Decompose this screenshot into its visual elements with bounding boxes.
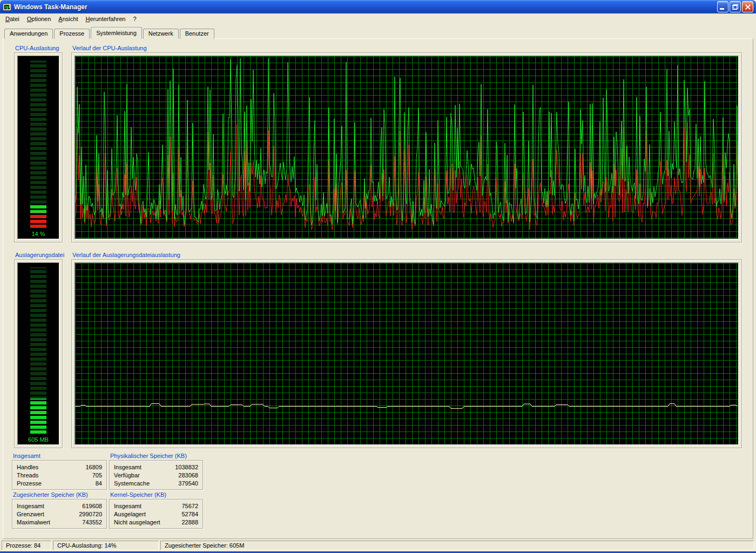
statusbar: Prozesse: 84 CPU-Auslastung: 14% Zugesic… bbox=[0, 539, 756, 551]
stat-label: Insgesamt bbox=[17, 502, 82, 510]
window-title: Windows Task-Manager bbox=[14, 3, 87, 11]
cpu-history-graph bbox=[75, 56, 739, 239]
cpu-gauge-panel: 14 % bbox=[17, 56, 59, 239]
pagefile-gauge-bar bbox=[30, 267, 46, 434]
physical-memory-title: Physikalischer Speicher (KB) bbox=[110, 453, 187, 459]
menu-item-ansicht[interactable]: Ansicht bbox=[55, 15, 82, 23]
maximize-button[interactable] bbox=[730, 1, 741, 12]
stat-label: Prozesse bbox=[17, 480, 96, 488]
stat-value: 52784 bbox=[181, 510, 198, 518]
stat-row: Prozesse 84 bbox=[12, 480, 106, 488]
stat-value: 22888 bbox=[181, 518, 198, 527]
cpu-history-label: Verlauf der CPU-Auslastung bbox=[72, 45, 147, 51]
stat-row: Threads 705 bbox=[12, 471, 106, 480]
kernel-memory-title: Kernel-Speicher (KB) bbox=[110, 491, 166, 498]
pagefile-history-groupbox: Verlauf der Auslagerungsdateiauslastung bbox=[71, 259, 742, 448]
cpu-gauge-groupbox: CPU-Auslastung 14 % bbox=[14, 52, 63, 242]
stat-value: 743552 bbox=[82, 518, 102, 527]
titlebar-buttons bbox=[717, 1, 753, 12]
pagefile-gauge-panel: 605 MB bbox=[17, 262, 59, 445]
stat-label: Ausgelagert bbox=[114, 510, 181, 518]
stat-value: 283068 bbox=[178, 471, 198, 480]
stat-row: Grenzwert 2990720 bbox=[12, 510, 106, 518]
tab-netzwerk[interactable]: Netzwerk bbox=[143, 29, 179, 39]
totals-groupbox: Insgesamt Handles 16809 Threads 705 Proz… bbox=[12, 460, 107, 490]
pagefile-gauge-value: 605 MB bbox=[18, 436, 59, 443]
minimize-icon bbox=[720, 8, 724, 10]
stat-value: 379540 bbox=[178, 480, 198, 488]
tab-benutzer[interactable]: Benutzer bbox=[180, 29, 214, 39]
tab-prozesse[interactable]: Prozesse bbox=[54, 29, 90, 39]
restore-icon bbox=[732, 4, 738, 10]
pagefile-gauge-label: Auslagerungsdatei bbox=[15, 252, 64, 258]
kernel-memory-groupbox: Kernel-Speicher (KB) Insgesamt 75672 Aus… bbox=[109, 499, 203, 529]
stat-row: Ausgelagert 52784 bbox=[110, 510, 202, 518]
close-button[interactable] bbox=[742, 1, 753, 12]
cpu-gauge-bar bbox=[30, 60, 46, 228]
cpu-gauge-kernel-segments bbox=[30, 213, 46, 228]
totals-title: Insgesamt bbox=[13, 453, 40, 459]
stat-label: Maximalwert bbox=[17, 518, 82, 527]
pagefile-history-label: Verlauf der Auslagerungsdateiauslastung bbox=[72, 252, 180, 258]
menu-item-optionen[interactable]: Optionen bbox=[23, 15, 55, 23]
commit-charge-title: Zugesicherter Speicher (KB) bbox=[13, 491, 88, 498]
stat-value: 75672 bbox=[181, 502, 198, 510]
stat-row: Maximalwert 743552 bbox=[12, 518, 106, 527]
minimize-button[interactable] bbox=[717, 1, 728, 12]
stat-row: Handles 16809 bbox=[12, 463, 106, 471]
stat-value: 1038832 bbox=[175, 463, 198, 471]
status-commit-charge: Zugesicherter Speicher: 605M bbox=[160, 541, 754, 550]
stat-label: Systemcache bbox=[114, 480, 178, 488]
pagefile-gauge-green-segments bbox=[30, 399, 46, 434]
pagefile-gauge-groupbox: Auslagerungsdatei 605 MB bbox=[14, 259, 63, 448]
physical-memory-groupbox: Physikalischer Speicher (KB) Insgesamt 1… bbox=[109, 460, 203, 490]
pagefile-history-graph bbox=[75, 262, 739, 445]
stat-label: Verfügbar bbox=[114, 471, 178, 480]
task-manager-window: Windows Task-Manager Datei Optionen Ansi… bbox=[0, 0, 756, 553]
menu-item-herunterfahren[interactable]: Herunterfahren bbox=[82, 15, 129, 23]
stat-value: 619608 bbox=[82, 502, 102, 510]
menu-item-help[interactable]: ? bbox=[129, 15, 140, 23]
stat-label: Grenzwert bbox=[17, 510, 79, 518]
cpu-history-groupbox: Verlauf der CPU-Auslastung bbox=[71, 52, 742, 242]
cpu-gauge-value: 14 % bbox=[18, 231, 59, 237]
stat-value: 16809 bbox=[85, 463, 102, 471]
stat-row: Insgesamt 75672 bbox=[110, 502, 202, 510]
stat-label: Insgesamt bbox=[114, 463, 175, 471]
stat-row: Insgesamt 1038832 bbox=[110, 463, 202, 471]
menubar: Datei Optionen Ansicht Herunterfahren ? bbox=[0, 14, 756, 24]
status-processes: Prozesse: 84 bbox=[2, 541, 51, 550]
commit-charge-groupbox: Zugesicherter Speicher (KB) Insgesamt 61… bbox=[12, 499, 107, 529]
stat-label: Insgesamt bbox=[114, 502, 181, 510]
cpu-gauge-label: CPU-Auslastung bbox=[15, 45, 59, 51]
stat-row: Verfügbar 283068 bbox=[110, 471, 202, 480]
stat-label: Handles bbox=[17, 463, 85, 471]
close-icon bbox=[745, 4, 751, 10]
cpu-gauge-unlit-segments bbox=[30, 60, 46, 228]
status-cpu-usage: CPU-Auslastung: 14% bbox=[53, 541, 159, 550]
stat-value: 705 bbox=[92, 471, 102, 480]
stat-row: Systemcache 379540 bbox=[110, 480, 202, 488]
taskmanager-app-icon bbox=[3, 3, 11, 11]
stat-row: Nicht ausgelagert 22888 bbox=[110, 518, 202, 527]
stat-value: 2990720 bbox=[79, 510, 102, 518]
tab-systemleistung[interactable]: Systemleistung bbox=[91, 27, 142, 39]
tab-bar: Anwendungen Prozesse Systemleistung Netz… bbox=[4, 27, 215, 39]
stat-value: 84 bbox=[96, 480, 102, 488]
stat-row: Insgesamt 619608 bbox=[12, 502, 106, 510]
stat-label: Threads bbox=[17, 471, 92, 480]
menu-item-datei[interactable]: Datei bbox=[2, 15, 23, 23]
stat-label: Nicht ausgelagert bbox=[114, 518, 181, 527]
titlebar: Windows Task-Manager bbox=[0, 0, 756, 14]
tab-anwendungen[interactable]: Anwendungen bbox=[4, 29, 53, 39]
